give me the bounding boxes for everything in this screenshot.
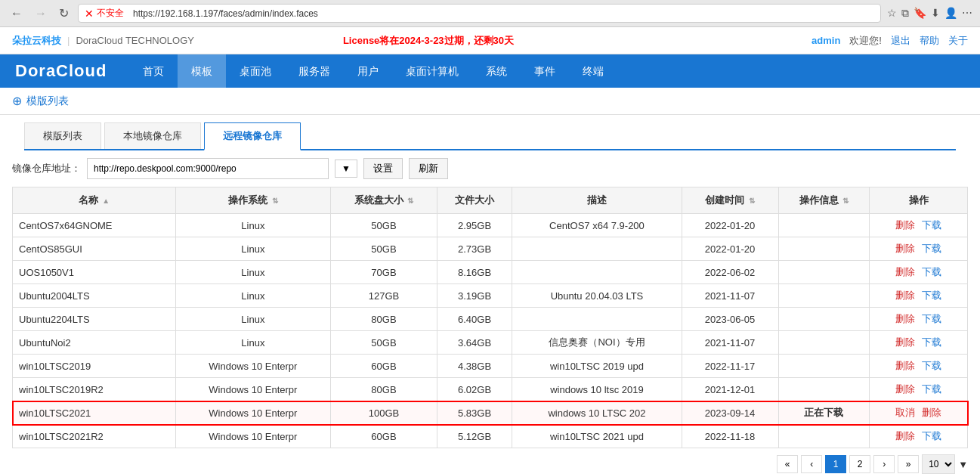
op-info-cell <box>778 331 870 355</box>
delete-action[interactable]: 删除 <box>895 336 915 348</box>
logo-text: DoraCloud <box>15 61 107 81</box>
header-divider: | <box>67 35 70 46</box>
delete-action[interactable]: 删除 <box>895 383 915 395</box>
download-action[interactable]: 下载 <box>922 313 941 324</box>
delete-action[interactable]: 删除 <box>895 290 915 301</box>
logo-area: DoraCloud <box>0 61 122 81</box>
download-action[interactable]: 下载 <box>922 430 941 441</box>
per-page-select[interactable]: 10 20 50 <box>922 454 955 474</box>
star-icon[interactable]: ☆ <box>887 7 897 20</box>
download-icon[interactable]: ⬇ <box>931 7 940 20</box>
col-filesize: 文件大小 <box>437 187 512 214</box>
tab-template-list[interactable]: 模版列表 <box>24 122 101 149</box>
table-row: Ubuntu2204LTSLinux80GB6.40GB2023-06-05删除… <box>13 308 968 331</box>
download-action[interactable]: 下载 <box>922 290 941 301</box>
op-info-cell <box>778 308 870 331</box>
delete-action[interactable]: 删除 <box>895 360 915 371</box>
per-page-arrow: ▼ <box>958 459 968 470</box>
delete-action[interactable]: 删除 <box>895 243 915 254</box>
delete-action[interactable]: 删除 <box>922 407 941 418</box>
op-info-cell <box>778 355 870 378</box>
download-action[interactable]: 下载 <box>922 383 941 395</box>
table-row: UbuntuNoi2Linux50GB3.64GB信息奥赛（NOI）专用2021… <box>13 331 968 355</box>
table-row: win10LTSC2021R2Windows 10 Enterpr60GB5.1… <box>13 425 968 448</box>
repo-url-input[interactable] <box>87 158 329 179</box>
table-row: Ubuntu2004LTSLinux127GB3.19GBUbuntu 20.0… <box>13 284 968 308</box>
nav-item-event[interactable]: 事件 <box>521 54 569 88</box>
page-2-button[interactable]: 2 <box>849 455 870 473</box>
help-link[interactable]: 帮助 <box>920 34 939 48</box>
logout-link[interactable]: 退出 <box>891 34 910 48</box>
menu-icon[interactable]: ⋯ <box>962 7 972 20</box>
download-action[interactable]: 下载 <box>922 360 941 371</box>
secure-label: 不安全 <box>97 7 124 20</box>
forward-button[interactable]: → <box>32 5 50 22</box>
back-button[interactable]: ← <box>8 5 26 22</box>
nav-item-desktop-pool[interactable]: 桌面池 <box>226 54 285 88</box>
col-disk[interactable]: 系统盘大小 ⇅ <box>331 187 437 214</box>
nav-item-user[interactable]: 用户 <box>344 54 392 88</box>
nav-item-terminal[interactable]: 终端 <box>569 54 617 88</box>
col-created[interactable]: 创建时间 ⇅ <box>682 187 778 214</box>
browser-chrome: ← → ↻ ✕ 不安全 https://192.168.1.197/faces/… <box>0 0 980 27</box>
col-name[interactable]: 名称 ▲ <box>13 187 176 214</box>
op-info-cell <box>778 378 870 401</box>
page-content: ⊕ 模版列表 模版列表 本地镜像仓库 远程镜像仓库 镜像仓库地址： ▼ 设置 刷… <box>0 88 980 474</box>
nav-item-desktop-computer[interactable]: 桌面计算机 <box>392 54 472 88</box>
nav-item-home[interactable]: 首页 <box>129 54 178 88</box>
refresh-button[interactable]: 刷新 <box>409 158 448 179</box>
admin-label: admin <box>812 35 840 46</box>
nav-items: 首页 模板 桌面池 服务器 用户 桌面计算机 系统 事件 终端 <box>129 54 617 88</box>
repo-label: 镜像仓库地址： <box>12 162 81 175</box>
table-row: CentOS85GUILinux50GB2.73GB2022-01-20删除 下… <box>13 237 968 261</box>
tabs-area: 模版列表 本地镜像仓库 远程镜像仓库 <box>24 122 956 150</box>
about-link[interactable]: 关于 <box>948 34 968 48</box>
delete-action[interactable]: 删除 <box>895 313 915 324</box>
delete-action[interactable]: 删除 <box>895 266 915 277</box>
license-warning: License将在2024-3-23过期，还剩30天 <box>343 34 514 48</box>
first-page-button[interactable]: « <box>777 455 798 473</box>
settings-button[interactable]: 设置 <box>363 158 403 179</box>
nav-item-template[interactable]: 模板 <box>178 54 226 88</box>
col-opinfo[interactable]: 操作信息 ⇅ <box>778 187 870 214</box>
breadcrumb: ⊕ 模版列表 <box>0 88 980 115</box>
table-row: CentOS7x64GNOMELinux50GB2.95GBCentOS7 x6… <box>13 214 968 237</box>
download-action[interactable]: 下载 <box>922 219 941 231</box>
download-action[interactable]: 下载 <box>922 243 941 254</box>
tab-remote-repo[interactable]: 远程镜像仓库 <box>204 122 301 150</box>
main-nav: DoraCloud 首页 模板 桌面池 服务器 用户 桌面计算机 系统 事件 终… <box>0 54 980 88</box>
refresh-button[interactable]: ↻ <box>56 5 72 22</box>
url-dropdown-button[interactable]: ▼ <box>335 160 357 178</box>
delete-action[interactable]: 删除 <box>895 430 915 441</box>
table-row: win10LTSC2019R2Windows 10 Enterpr80GB6.0… <box>13 378 968 401</box>
top-header: 朵拉云科技 | DoraCloud TECHNOLOGY License将在20… <box>0 27 980 54</box>
last-page-button[interactable]: » <box>898 455 919 473</box>
table-header-row: 名称 ▲ 操作系统 ⇅ 系统盘大小 ⇅ 文件大小 描述 创建时间 ⇅ 操作信息 … <box>13 187 968 214</box>
tab-icon[interactable]: ⧉ <box>901 7 909 20</box>
col-os[interactable]: 操作系统 ⇅ <box>175 187 331 214</box>
op-info-cell <box>778 237 870 261</box>
page-1-button[interactable]: 1 <box>825 455 846 473</box>
op-info-cell <box>778 214 870 237</box>
download-action[interactable]: 下载 <box>922 266 941 277</box>
table-row: win10LTSC2019Windows 10 Enterpr60GB4.38G… <box>13 355 968 378</box>
breadcrumb-icon: ⊕ <box>12 94 22 108</box>
op-info-cell <box>778 261 870 284</box>
company-tech: DoraCloud TECHNOLOGY <box>76 35 194 46</box>
delete-action[interactable]: 删除 <box>895 219 915 231</box>
table-row: UOS1050V1Linux70GB8.16GB2022-06-02删除 下载 <box>13 261 968 284</box>
nav-item-system[interactable]: 系统 <box>472 54 521 88</box>
profile-icon[interactable]: 👤 <box>944 7 957 20</box>
company-name: 朵拉云科技 <box>12 34 61 48</box>
next-page-button[interactable]: › <box>873 455 895 473</box>
nav-item-server[interactable]: 服务器 <box>285 54 344 88</box>
url-text: https://192.168.1.197/faces/admin/index.… <box>133 8 318 19</box>
address-bar[interactable]: ✕ 不安全 https://192.168.1.197/faces/admin/… <box>78 4 881 23</box>
cancel-action[interactable]: 取消 <box>895 407 915 418</box>
tab-local-repo[interactable]: 本地镜像仓库 <box>104 122 201 149</box>
welcome-text: 欢迎您! <box>849 34 882 48</box>
prev-page-button[interactable]: ‹ <box>801 455 822 473</box>
security-icon: ✕ <box>85 8 94 20</box>
bookmark-icon[interactable]: 🔖 <box>914 7 926 20</box>
download-action[interactable]: 下载 <box>922 336 941 348</box>
